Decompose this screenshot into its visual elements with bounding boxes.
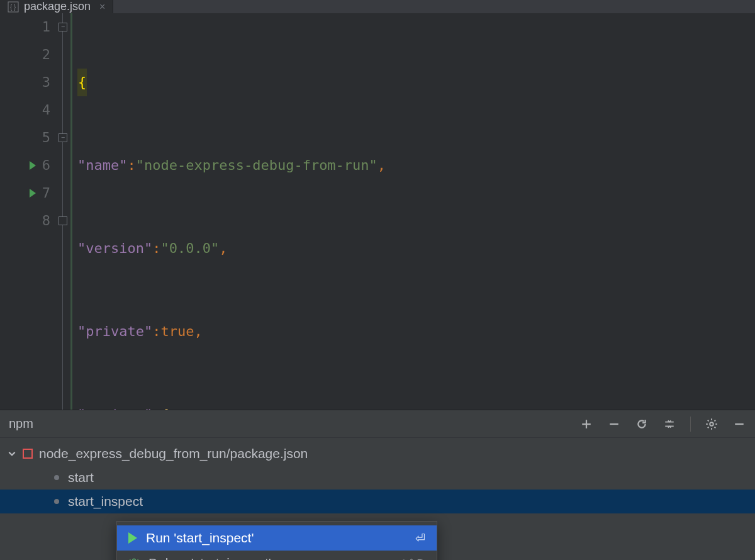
- line-number: 1: [42, 13, 50, 41]
- npm-tool-window: npm node_express_debug_from_run/package.…: [0, 410, 755, 560]
- json-key: "name": [77, 152, 127, 179]
- collapse-icon[interactable]: [663, 417, 676, 431]
- toolbar-divider: [690, 417, 691, 432]
- add-icon[interactable]: [579, 417, 593, 431]
- code-area[interactable]: { "name": "node-express-debug-from-run",…: [70, 13, 755, 410]
- json-key: "version": [77, 235, 152, 262]
- hide-icon[interactable]: [732, 417, 746, 431]
- ctx-shortcut: ^⇧D: [401, 556, 425, 560]
- svg-text:{ }: { }: [10, 4, 16, 11]
- script-item-start[interactable]: start: [0, 466, 755, 490]
- editor-tab-bar: { } package.json ×: [0, 0, 755, 13]
- line-number-gutter: 1 2 3 4 5 6 7 8: [0, 13, 57, 410]
- npm-scripts-tree: node_express_debug_from_run/package.json…: [0, 438, 755, 560]
- fold-toggle-icon[interactable]: −: [59, 133, 67, 142]
- json-value: true: [160, 318, 194, 345]
- json-key: "scripts": [77, 401, 152, 410]
- fold-column: − −: [57, 13, 70, 410]
- script-bullet-icon: [54, 475, 59, 480]
- ctx-label: Debug 'start_inspect': [148, 556, 271, 560]
- line-number: 7: [42, 179, 50, 207]
- gear-icon[interactable]: [705, 417, 719, 431]
- gutter-run-icon[interactable]: [30, 189, 36, 198]
- bug-icon: [128, 557, 140, 560]
- close-tab-icon[interactable]: ×: [99, 1, 105, 13]
- script-label: start: [68, 470, 94, 485]
- editor-tab-package-json[interactable]: { } package.json ×: [0, 0, 113, 13]
- script-bullet-icon: [54, 499, 59, 504]
- tree-root-label: node_express_debug_from_run/package.json: [39, 446, 308, 461]
- json-value: "node-express-debug-from-run": [136, 152, 378, 179]
- line-number: 5: [42, 124, 50, 152]
- chevron-down-icon: [8, 449, 16, 458]
- npm-tool-header: npm: [0, 410, 755, 438]
- refresh-icon[interactable]: [635, 417, 649, 431]
- tool-window-title: npm: [9, 417, 33, 431]
- fold-toggle-icon[interactable]: −: [59, 23, 67, 31]
- line-number: 2: [42, 41, 50, 69]
- tree-root-package-json[interactable]: node_express_debug_from_run/package.json: [0, 442, 755, 466]
- fold-end-icon[interactable]: [59, 216, 67, 225]
- ctx-debug-script[interactable]: Debug 'start_inspect' ^⇧D: [117, 551, 437, 560]
- json-file-icon: { }: [8, 1, 19, 13]
- gutter-run-icon[interactable]: [30, 161, 36, 170]
- npm-package-icon: [23, 449, 33, 459]
- ctx-run-script[interactable]: Run 'start_inspect' ⏎: [117, 525, 437, 551]
- svg-point-2: [710, 422, 713, 426]
- line-number: 3: [42, 69, 50, 96]
- run-icon: [128, 532, 137, 544]
- json-value: "0.0.0": [160, 235, 219, 262]
- script-item-start-inspect[interactable]: start_inspect: [0, 490, 755, 513]
- script-label: start_inspect: [68, 494, 143, 509]
- ctx-label: Run 'start_inspect': [146, 530, 254, 546]
- tab-filename: package.json: [24, 0, 91, 13]
- json-key: "private": [77, 318, 152, 345]
- remove-icon[interactable]: [607, 417, 621, 431]
- line-number: 4: [42, 96, 50, 124]
- ctx-shortcut: ⏎: [415, 531, 425, 546]
- code-editor[interactable]: 1 2 3 4 5 6 7 8 − − { "name": "node-expr…: [0, 13, 755, 410]
- line-number: 8: [42, 207, 50, 235]
- context-menu: Run 'start_inspect' ⏎ Debug 'start_inspe…: [116, 521, 437, 560]
- line-number: 6: [42, 152, 50, 179]
